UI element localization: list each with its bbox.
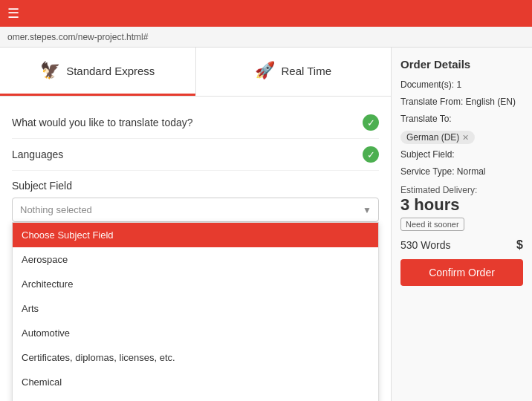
translate-check-icon: ✓ <box>363 114 379 131</box>
url-text: omer.stepes.com/new-project.html# <box>7 32 148 42</box>
form-section: What would you like to translate today? … <box>0 97 391 222</box>
list-item[interactable]: Architecture <box>13 272 378 296</box>
service-type-label: Service Type: <box>400 166 454 177</box>
subject-field-row: Subject Field: <box>400 148 523 161</box>
subject-field-dropdown: Choose Subject Field Aerospace Architect… <box>12 222 379 401</box>
list-item[interactable]: Civil Engineering / Construction <box>13 394 378 401</box>
service-type-value: Normal <box>457 166 486 177</box>
words-label: 530 Words <box>400 239 450 251</box>
translate-from-value: English (EN) <box>466 97 516 107</box>
language-tag: German (DE) ✕ <box>400 131 475 144</box>
subject-field-select-wrapper: Nothing selected ▼ Choose Subject Field … <box>12 198 379 222</box>
translate-row: What would you like to translate today? … <box>12 107 379 139</box>
service-type-row: Service Type: Normal <box>400 165 523 178</box>
browser-bar: omer.stepes.com/new-project.html# <box>0 27 532 48</box>
translate-to-tag-wrapper: German (DE) ✕ <box>400 129 523 144</box>
right-panel: Order Details Document(s): 1 Translate F… <box>391 48 532 401</box>
translate-label: What would you like to translate today? <box>12 117 193 128</box>
delivery-section: Estimated Delivery: 3 hours Need it soon… <box>400 184 523 231</box>
list-item[interactable]: Certificates, diplomas, licenses, etc. <box>13 345 378 370</box>
delivery-time-value: 3 hours <box>400 195 459 214</box>
tab-standard-express[interactable]: 🦅 Standard Express <box>0 48 195 96</box>
words-price-row: 530 Words $ <box>400 238 523 252</box>
languages-row: Languages ✓ <box>12 139 379 171</box>
translate-to-label: Translate To: <box>400 114 452 124</box>
remove-language-tag-icon[interactable]: ✕ <box>462 133 469 143</box>
service-tabs: 🦅 Standard Express 🚀 Real Time <box>0 48 391 97</box>
top-bar: ☰ <box>0 0 532 27</box>
list-item[interactable]: Automotive <box>13 321 378 345</box>
subject-field-label: Subject Field <box>12 171 379 198</box>
select-placeholder-text: Nothing selected <box>20 204 92 215</box>
need-sooner-button[interactable]: Need it sooner <box>400 218 464 231</box>
delivery-time-row: 3 hours <box>400 195 523 215</box>
translate-from-label: Translate From: <box>400 97 463 107</box>
price-value: $ <box>516 238 523 252</box>
tab-realtime-label: Real Time <box>281 65 331 77</box>
documents-value: 1 <box>456 79 461 90</box>
dropdown-header-item[interactable]: Choose Subject Field <box>13 223 378 247</box>
list-item[interactable]: Aerospace <box>13 247 378 272</box>
tab-standard-label: Standard Express <box>66 65 155 77</box>
rocket-icon: 🚀 <box>255 61 275 80</box>
delivery-label: Estimated Delivery: <box>400 185 477 195</box>
translate-from-row: Translate From: English (EN) <box>400 95 523 108</box>
list-item[interactable]: Chemical <box>13 370 378 394</box>
documents-row: Document(s): 1 <box>400 78 523 91</box>
list-item[interactable]: Arts <box>13 296 378 321</box>
left-panel: 🦅 Standard Express 🚀 Real Time What woul… <box>0 48 391 401</box>
confirm-order-button[interactable]: Confirm Order <box>400 259 523 286</box>
subject-field-select[interactable]: Nothing selected <box>12 198 379 222</box>
translate-to-row: Translate To: <box>400 112 523 125</box>
bird-icon: 🦅 <box>40 61 60 80</box>
documents-label: Document(s): <box>400 79 454 90</box>
order-details-title: Order Details <box>400 58 523 71</box>
languages-check-icon: ✓ <box>363 146 379 163</box>
language-tag-text: German (DE) <box>406 132 459 143</box>
menu-icon[interactable]: ☰ <box>7 5 19 22</box>
main-container: 🦅 Standard Express 🚀 Real Time What woul… <box>0 48 532 401</box>
languages-label: Languages <box>12 149 63 160</box>
tab-real-time[interactable]: 🚀 Real Time <box>195 48 392 96</box>
subject-field-order-label: Subject Field: <box>400 149 455 160</box>
